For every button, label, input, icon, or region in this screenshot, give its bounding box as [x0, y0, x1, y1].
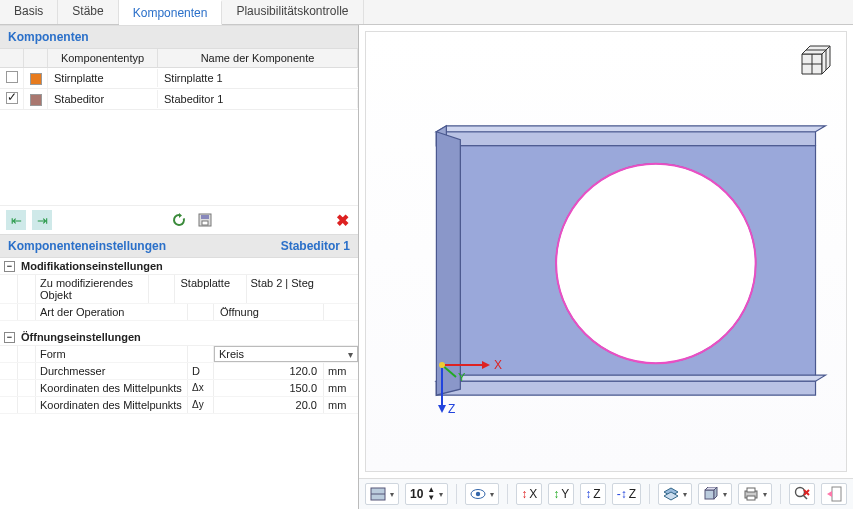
svg-text:Y: Y [458, 371, 466, 383]
svg-rect-35 [705, 490, 714, 499]
svg-text:Z: Z [448, 402, 455, 416]
axis-y-button[interactable]: ↕Y [548, 483, 574, 505]
prop-label: Koordinaten des Mittelpunkts [36, 397, 188, 413]
group-label: Öffnungseinstellungen [21, 331, 141, 343]
move-up-icon[interactable]: ⇤ [6, 210, 26, 230]
prop-label: Form [36, 346, 188, 362]
table-row[interactable]: Stabeditor Stabeditor 1 [0, 89, 358, 110]
prop-value: Stabplatte [175, 275, 247, 303]
group-modification[interactable]: − Modifikationseinstellungen [0, 258, 358, 275]
axis-triad: X Z Y [430, 347, 510, 417]
prop-row[interactable]: Form Kreis ▾ [0, 346, 358, 363]
collapse-icon[interactable]: − [4, 332, 15, 343]
tab-basis[interactable]: Basis [0, 0, 58, 24]
print-button[interactable]: ▾ [738, 483, 772, 505]
export-button[interactable] [821, 483, 847, 505]
chevron-down-icon[interactable]: ▾ [390, 490, 394, 499]
search-cancel-button[interactable] [789, 483, 815, 505]
row-name: Stabeditor 1 [158, 90, 358, 108]
display-mode-button[interactable]: ▾ [365, 483, 399, 505]
chevron-down-icon[interactable]: ▾ [763, 490, 767, 499]
settings-panel-subtitle: Stabeditor 1 [281, 239, 350, 253]
row-color-swatch [30, 94, 42, 106]
svg-marker-3 [436, 132, 815, 146]
svg-line-42 [803, 495, 807, 499]
svg-rect-45 [832, 487, 841, 501]
box-button[interactable]: ▾ [698, 483, 732, 505]
svg-rect-2 [202, 221, 208, 225]
col-name-header: Name der Komponente [158, 49, 358, 67]
viewport-3d[interactable]: X Z Y [365, 31, 847, 472]
row-name: Stirnplatte 1 [158, 69, 358, 87]
prop-symbol: Δx [188, 380, 214, 396]
svg-rect-39 [747, 488, 755, 492]
tab-staebe[interactable]: Stäbe [58, 0, 118, 24]
prop-value[interactable]: 20.0 [214, 397, 324, 413]
components-panel-title: Komponenten [0, 25, 358, 49]
row-color-swatch [30, 73, 42, 85]
table-row[interactable]: Stirnplatte Stirnplatte 1 [0, 68, 358, 89]
row-checkbox[interactable] [6, 92, 18, 104]
chevron-down-icon[interactable]: ▾ [348, 349, 353, 360]
reload-icon[interactable] [169, 210, 189, 230]
row-type: Stirnplatte [48, 69, 158, 87]
prop-value[interactable]: 120.0 [214, 363, 324, 379]
components-grid: Komponententyp Name der Komponente Stirn… [0, 49, 358, 110]
prop-value[interactable]: 150.0 [214, 380, 324, 396]
prop-label: Koordinaten des Mittelpunkts [36, 380, 188, 396]
prop-unit: mm [324, 397, 358, 413]
components-toolbar: ⇤ ⇥ ✖ [0, 205, 358, 234]
prop-row[interactable]: Durchmesser D 120.0 mm [0, 363, 358, 380]
svg-text:X: X [494, 358, 502, 372]
svg-rect-1 [201, 215, 209, 219]
move-down-icon[interactable]: ⇥ [32, 210, 52, 230]
prop-row[interactable]: Koordinaten des Mittelpunkts Δy 20.0 mm [0, 397, 358, 414]
view-eye-button[interactable]: ▾ [465, 483, 499, 505]
group-label: Modifikationseinstellungen [21, 260, 163, 272]
tab-bar: Basis Stäbe Komponenten Plausibilitätsko… [0, 0, 853, 25]
zoom-value: 10 [410, 487, 423, 501]
axis-x-button[interactable]: ↕X [516, 483, 542, 505]
zoom-level-button[interactable]: 10 ▲▼ ▾ [405, 483, 448, 505]
prop-extra: Stab 2 | Steg [247, 275, 359, 303]
view-cube[interactable] [792, 40, 836, 84]
layers-button[interactable]: ▾ [658, 483, 692, 505]
settings-tree: − Modifikationseinstellungen Zu modifizi… [0, 258, 358, 414]
col-check-header [0, 49, 24, 67]
svg-point-7 [556, 164, 756, 364]
svg-marker-24 [438, 405, 446, 413]
group-opening[interactable]: − Öffnungseinstellungen [0, 329, 358, 346]
settings-panel-title: Komponenteneinstellungen [8, 239, 281, 253]
viewport-toolbar: ▾ 10 ▲▼ ▾ ▾ ↕X ↕Y ↕Z -↕Z ▾ [359, 478, 853, 509]
prop-label: Durchmesser [36, 363, 188, 379]
prop-unit: mm [324, 363, 358, 379]
axis-neg-z-button[interactable]: -↕Z [612, 483, 641, 505]
svg-point-32 [476, 492, 480, 496]
prop-symbol: Δy [188, 397, 214, 413]
svg-point-28 [439, 362, 445, 368]
prop-row[interactable]: Koordinaten des Mittelpunkts Δx 150.0 mm [0, 380, 358, 397]
svg-marker-4 [436, 126, 825, 132]
chevron-down-icon[interactable]: ▾ [683, 490, 687, 499]
save-icon[interactable] [195, 210, 215, 230]
prop-label: Zu modifizierendes Objekt [36, 275, 149, 303]
shape-dropdown[interactable]: Kreis [219, 348, 348, 360]
col-color-header [24, 49, 48, 67]
tab-komponenten[interactable]: Komponenten [119, 0, 223, 25]
prop-symbol: D [188, 363, 214, 379]
delete-icon[interactable]: ✖ [332, 210, 352, 230]
chevron-down-icon[interactable]: ▾ [723, 490, 727, 499]
tab-plausibilitaet[interactable]: Plausibilitätskontrolle [222, 0, 363, 24]
collapse-icon[interactable]: − [4, 261, 15, 272]
axis-z-button[interactable]: ↕Z [580, 483, 605, 505]
chevron-down-icon[interactable]: ▾ [439, 490, 443, 499]
prop-label: Art der Operation [36, 304, 188, 320]
svg-rect-40 [747, 496, 755, 500]
chevron-down-icon[interactable]: ▾ [490, 490, 494, 499]
prop-row[interactable]: Zu modifizierendes Objekt Stabplatte Sta… [0, 275, 358, 304]
row-checkbox[interactable] [6, 71, 18, 83]
prop-row[interactable]: Art der Operation Öffnung [0, 304, 358, 321]
row-type: Stabeditor [48, 90, 158, 108]
svg-marker-46 [827, 491, 832, 497]
left-panel: Komponenten Komponententyp Name der Komp… [0, 25, 359, 509]
